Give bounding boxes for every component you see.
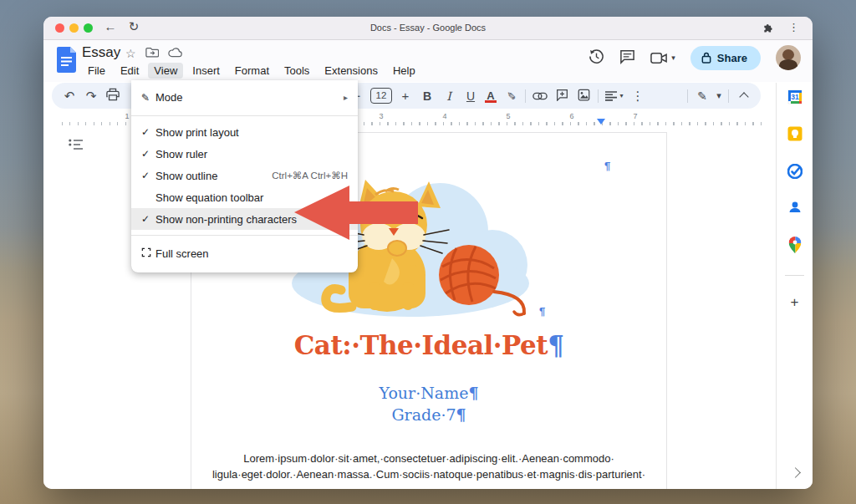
red-annotation-arrow [291,182,421,261]
shortcut-label: Ctrl+⌘A Ctrl+⌘H [272,170,348,181]
share-button[interactable]: Share [690,46,761,70]
undo-icon[interactable]: ↶ [59,89,80,104]
insert-link-icon[interactable] [529,89,551,103]
ruler-number: 7 [633,112,637,120]
editing-mode-pen-icon[interactable]: ✎ [691,89,713,103]
ruler-number: 1 [125,112,129,120]
google-contacts-icon[interactable] [787,200,802,218]
document-author-line[interactable]: Your·Name¶ [191,384,666,402]
ruler-number: 5 [506,112,510,120]
text-color-icon[interactable]: A [482,89,500,102]
google-keep-icon[interactable] [787,126,802,145]
editing-mode-dropdown-icon[interactable]: ▾ [713,90,725,101]
menu-item-mode[interactable]: ✎ Mode ▸ [131,84,358,110]
hide-menus-icon[interactable] [739,92,748,101]
italic-icon[interactable]: I [438,89,460,103]
document-heading[interactable]: Cat:·The·Ideal·Pet¶ [191,330,666,360]
bold-icon[interactable]: B [416,89,438,103]
google-tasks-icon[interactable] [787,164,802,182]
indent-marker-icon[interactable] [597,119,605,125]
comments-icon[interactable] [619,48,635,68]
ruler-number: 4 [442,112,446,120]
get-addons-icon[interactable]: + [777,294,813,311]
svg-text:31: 31 [791,93,799,101]
menu-insert[interactable]: Insert [186,63,226,79]
document-grade-line[interactable]: Grade·7¶ [191,405,666,424]
underline-icon[interactable]: U [460,89,482,103]
check-icon: ✓ [141,213,155,225]
menu-help[interactable]: Help [387,63,421,79]
check-icon: ✓ [141,170,155,181]
window-title: Docs - Essay - Google Docs [43,23,813,33]
align-dropdown-icon: ▾ [619,92,623,99]
menu-tools[interactable]: Tools [278,63,315,79]
pilcrow-mark: ¶ [539,305,545,318]
check-icon: ✓ [141,148,155,160]
add-comment-icon[interactable] [551,89,573,104]
check-icon: ✓ [141,126,155,138]
menu-divider [131,115,358,116]
menu-item-show-ruler[interactable]: ✓ Show ruler [131,143,358,165]
pilcrow-mark: ¶ [456,405,466,424]
document-name[interactable]: Essay [82,44,120,61]
menu-item-show-print-layout[interactable]: ✓ Show print layout [131,121,358,143]
body-paragraph-line[interactable]: ligula·eget·dolor.·Aenean·massa.·Cum·soc… [191,468,666,481]
submenu-arrow-icon: ▸ [344,93,348,102]
side-panel-divider [785,275,804,276]
google-calendar-icon[interactable]: 31 [787,89,802,108]
body-paragraph-line[interactable]: Lorem·ipsum·dolor·sit·amet,·consectetuer… [191,452,666,465]
docs-header: Essay ☆ File Edit View Insert Format Too… [43,40,813,82]
more-options-icon[interactable]: ⋮ [627,89,649,104]
pilcrow-mark: ¶ [548,330,563,360]
cloud-status-icon[interactable] [168,46,182,61]
menu-view[interactable]: View [148,63,183,79]
meet-dropdown-icon[interactable]: ▾ [671,53,675,62]
meet-video-icon[interactable]: ▾ [650,52,675,64]
star-icon[interactable]: ☆ [125,47,136,60]
share-label: Share [717,52,747,64]
extensions-icon[interactable] [762,22,774,37]
browser-titlebar: ← ↻ Docs - Essay - Google Docs ⋮ [43,17,813,40]
menu-edit[interactable]: Edit [115,63,145,79]
pilcrow-mark: ¶ [604,160,610,172]
ruler-number: 3 [379,112,383,120]
version-history-icon[interactable] [588,48,604,68]
menu-format[interactable]: Format [229,63,275,79]
font-size-increase-icon[interactable]: + [395,89,416,103]
google-side-panel: 31 + [776,83,813,489]
full-screen-icon [141,247,155,260]
docs-menubar: File Edit View Insert Format Tools Exten… [82,63,421,79]
account-avatar[interactable] [776,45,801,70]
align-icon[interactable]: ▾ [602,91,627,101]
pilcrow-mark: ¶ [468,384,478,402]
browser-window: ← ↻ Docs - Essay - Google Docs ⋮ Essay ☆ [43,17,813,489]
google-maps-icon[interactable] [788,237,801,257]
google-docs-logo-icon[interactable] [57,47,76,76]
insert-image-icon[interactable] [573,89,594,104]
font-size-field[interactable]: 12 [370,88,392,104]
highlight-color-icon[interactable]: ✎ [505,85,517,107]
browser-menu-icon[interactable]: ⋮ [788,21,799,33]
print-icon[interactable] [102,88,124,104]
pencil-icon: ✎ [141,92,155,104]
move-folder-icon[interactable] [145,46,159,61]
menu-extensions[interactable]: Extensions [318,63,384,79]
lock-icon [701,52,711,64]
ruler-number: 6 [569,112,573,120]
menu-file[interactable]: File [82,63,111,79]
show-outline-icon[interactable] [69,139,83,154]
redo-icon[interactable]: ↷ [80,89,102,104]
